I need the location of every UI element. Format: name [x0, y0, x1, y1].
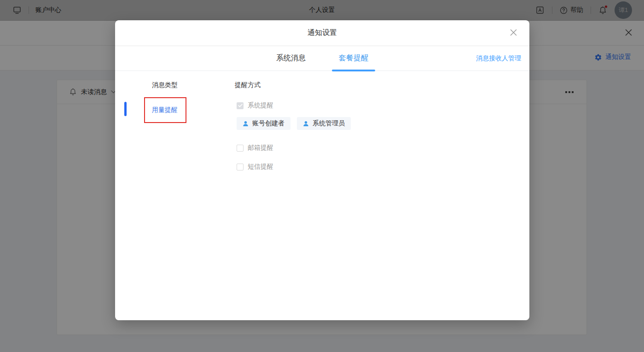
navbar-mask [0, 0, 644, 21]
method-label-sms: 短信提醒 [248, 163, 273, 171]
message-type-header: 消息类型 [152, 81, 178, 89]
modal-tabbar: 系统消息 套餐提醒 消息接收人管理 [115, 46, 529, 71]
method-row-system: 系统提醒 [237, 101, 273, 110]
recipient-tag-label: 系统管理员 [313, 119, 345, 128]
modal-close-icon[interactable] [510, 29, 517, 36]
screen: 账户中心 个人设置 帮助 [0, 0, 644, 352]
modal-title: 通知设置 [307, 28, 337, 38]
active-menu-indicator [124, 102, 127, 116]
recipient-tags: 账号创建者 系统管理员 [237, 117, 351, 130]
notification-settings-modal: 通知设置 系统消息 套餐提醒 消息接收人管理 消息类型 提醒方式 用量提醒 [115, 20, 529, 320]
recipient-tag-label: 账号创建者 [252, 119, 284, 128]
method-label-email: 邮箱提醒 [248, 144, 273, 152]
tab-system-messages[interactable]: 系统消息 [269, 46, 313, 71]
manage-recipients-link[interactable]: 消息接收人管理 [476, 46, 521, 71]
check-icon [238, 104, 243, 107]
method-row-sms: 短信提醒 [237, 163, 273, 171]
checkbox-system-reminder[interactable] [237, 102, 244, 109]
reminder-method-header: 提醒方式 [235, 81, 261, 89]
tab-label: 套餐提醒 [339, 53, 368, 63]
checkbox-sms-reminder[interactable] [237, 164, 244, 170]
recipient-tag-account-creator[interactable]: 账号创建者 [237, 117, 290, 130]
method-label-system: 系统提醒 [248, 101, 273, 110]
menu-item-usage-reminder[interactable]: 用量提醒 [152, 106, 178, 114]
person-icon [243, 121, 249, 127]
checkbox-email-reminder[interactable] [237, 145, 244, 152]
person-icon [303, 121, 309, 127]
tab-plan-reminder[interactable]: 套餐提醒 [332, 46, 375, 71]
modal-body: 消息类型 提醒方式 用量提醒 系统提醒 账号 [115, 71, 529, 320]
recipient-tag-system-admin[interactable]: 系统管理员 [297, 117, 351, 130]
method-row-email: 邮箱提醒 [237, 144, 273, 152]
modal-header: 通知设置 [115, 20, 529, 46]
tab-label: 系统消息 [276, 53, 306, 63]
